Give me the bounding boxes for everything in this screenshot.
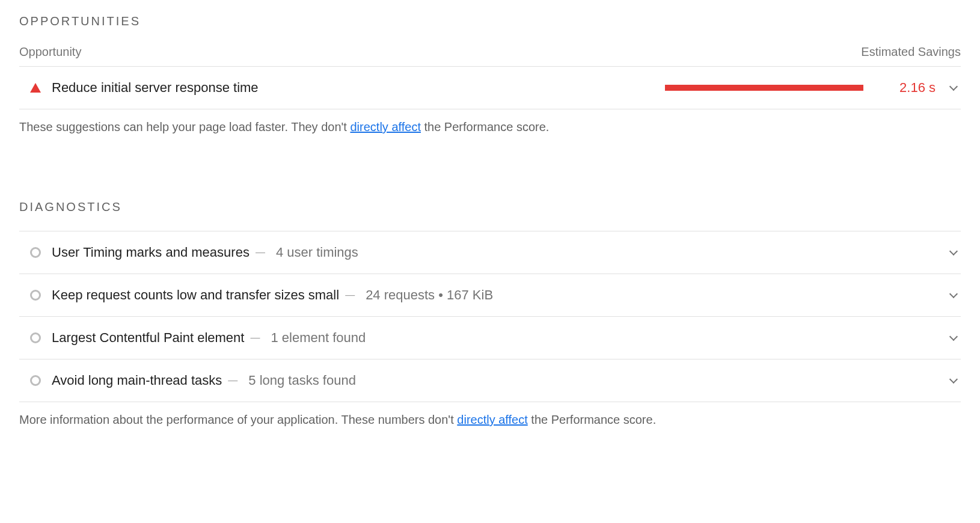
opportunity-row[interactable]: Reduce initial server response time 2.16… [19, 67, 961, 109]
chevron-down-icon [949, 375, 958, 384]
footer-text-pre: These suggestions can help your page loa… [19, 120, 350, 133]
expand-toggle[interactable] [946, 86, 961, 90]
diagnostic-detail: 5 long tasks found [248, 373, 356, 388]
chevron-down-icon [949, 82, 958, 91]
diagnostic-row[interactable]: Avoid long main-thread tasks — 5 long ta… [19, 359, 961, 402]
opportunities-heading: OPPORTUNITIES [19, 14, 961, 28]
expand-toggle[interactable] [946, 379, 961, 382]
diagnostics-section: DIAGNOSTICS User Timing marks and measur… [19, 200, 961, 427]
dash-separator: — [345, 290, 355, 301]
dash-separator: — [250, 332, 260, 343]
severity-icon-cell [19, 290, 52, 301]
footer-text-post: the Performance score. [528, 413, 656, 426]
opportunities-section: OPPORTUNITIES Opportunity Estimated Savi… [19, 14, 961, 134]
diagnostic-row[interactable]: Largest Contentful Paint element — 1 ele… [19, 317, 961, 359]
circle-gray-icon [30, 332, 41, 343]
severity-icon-cell [19, 375, 52, 386]
chevron-down-icon [949, 290, 958, 298]
directly-affect-link[interactable]: directly affect [350, 120, 420, 133]
diagnostic-title: Avoid long main-thread tasks [52, 373, 222, 388]
chevron-down-icon [949, 247, 958, 255]
opportunities-footer: These suggestions can help your page loa… [19, 109, 961, 134]
expand-toggle[interactable] [946, 293, 961, 297]
expand-toggle[interactable] [946, 251, 961, 254]
circle-gray-icon [30, 375, 41, 386]
diagnostics-list: User Timing marks and measures — 4 user … [19, 231, 961, 402]
severity-icon-cell [19, 83, 52, 93]
col-header-savings: Estimated Savings [861, 45, 961, 59]
col-header-opportunity: Opportunity [19, 45, 81, 59]
circle-gray-icon [30, 290, 41, 301]
expand-toggle[interactable] [946, 336, 961, 340]
dash-separator: — [228, 375, 237, 386]
diagnostic-title: Largest Contentful Paint element [52, 330, 244, 346]
diagnostics-footer: More information about the performance o… [19, 402, 961, 427]
diagnostic-detail: 4 user timings [276, 245, 358, 260]
dash-separator: — [256, 247, 265, 258]
triangle-red-icon [30, 83, 41, 93]
savings-value: 2.16 s [887, 80, 936, 96]
diagnostic-detail: 24 requests • 167 KiB [366, 287, 493, 303]
opportunities-col-headers: Opportunity Estimated Savings [19, 45, 961, 67]
diagnostic-detail: 1 element found [271, 330, 366, 346]
directly-affect-link[interactable]: directly affect [457, 413, 527, 426]
diagnostic-title: User Timing marks and measures [52, 245, 250, 260]
diagnostic-row[interactable]: User Timing marks and measures — 4 user … [19, 231, 961, 274]
opportunity-title: Reduce initial server response time [52, 80, 259, 96]
footer-text-post: the Performance score. [421, 120, 549, 133]
severity-icon-cell [19, 332, 52, 343]
severity-icon-cell [19, 247, 52, 258]
savings-bar [665, 85, 863, 91]
diagnostic-row[interactable]: Keep request counts low and transfer siz… [19, 274, 961, 317]
diagnostics-heading: DIAGNOSTICS [19, 200, 961, 214]
chevron-down-icon [949, 332, 958, 341]
footer-text-pre: More information about the performance o… [19, 413, 457, 426]
diagnostic-title: Keep request counts low and transfer siz… [52, 287, 339, 303]
circle-gray-icon [30, 247, 41, 258]
